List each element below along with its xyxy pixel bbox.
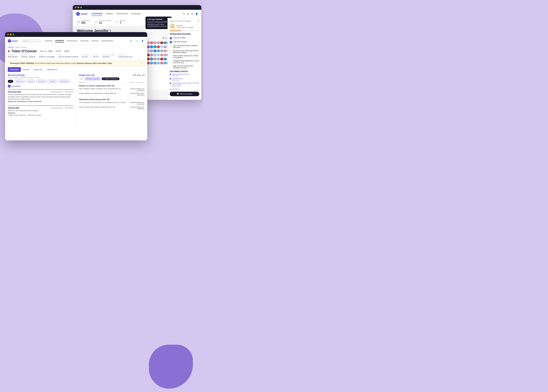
- activity-diagnosis-label-2: Diagnosis:: [8, 112, 15, 114]
- tooltip-text: Nice job on linking your EMR and bank ac…: [148, 21, 170, 27]
- user-icon[interactable]: 👤: [195, 13, 198, 15]
- tab-diagnoses[interactable]: Diagnoses: [31, 67, 45, 72]
- layout-icon[interactable]: ◫: [135, 39, 139, 43]
- activity-reason-2: Reason for visit: Chest pain left arm sw…: [8, 110, 38, 112]
- filter-all[interactable]: All: [8, 80, 13, 83]
- meta-label-visit: Last Visit: [93, 54, 99, 56]
- close-dot[interactable]: [75, 7, 77, 8]
- alert-close-icon[interactable]: ✕: [141, 63, 142, 64]
- checklist-label-touchpoint[interactable]: Log a touchpoint with 10 patients this w…: [173, 45, 199, 48]
- provider-name-1-2: Amanda Decker M.D.: [130, 92, 144, 94]
- filter-discharged[interactable]: Discharged: [58, 80, 70, 83]
- total-patients-label: Total Patients: [81, 20, 90, 21]
- checklist-label-goal[interactable]: Document your 2024 goal for your Medicar…: [173, 50, 199, 53]
- breadcrumb-patients-link[interactable]: Patients: [8, 46, 14, 48]
- checklist-label-refer[interactable]: Refer another practice for a Pearl Consu…: [173, 55, 199, 58]
- patients-icon: [77, 20, 80, 24]
- back-nav-patients[interactable]: Patients: [106, 12, 113, 16]
- tabs-row: Overview Activity Diagnoses Medications: [5, 67, 147, 72]
- search-icon[interactable]: 🔍: [183, 13, 185, 15]
- filter-admitted[interactable]: Admitted: [47, 80, 57, 83]
- filter-specialist[interactable]: Specialist: [36, 80, 47, 83]
- checklist-label-emr[interactable]: Connect to EMR: [173, 37, 185, 39]
- event-label-1[interactable]: Getting Started with DCE →: [172, 73, 191, 75]
- activity-header-1: Discharged (ER) Linda Brand M.D. 03/22/2…: [8, 91, 73, 93]
- front-nav-administration[interactable]: Administration: [101, 39, 113, 43]
- front-close-dot[interactable]: [7, 34, 9, 35]
- front-nav-performance[interactable]: Performance: [67, 39, 78, 43]
- log-action-button[interactable]: + Log action: [8, 84, 73, 88]
- see-all-events-link[interactable]: See All Events: [170, 88, 199, 90]
- diag-filter-all[interactable]: All: [79, 77, 84, 80]
- front-maximize-dot[interactable]: [13, 34, 14, 35]
- front-nav-learning[interactable]: Learning: [91, 39, 99, 43]
- check-icon-feedback: [170, 65, 172, 68]
- meta-value-cohort: Under 65 Disabled and ESRD: [58, 56, 78, 58]
- front-navbar: ✦ pearl Search Overview PATIENTS Perform…: [5, 37, 147, 45]
- meta-value-insurer: Medicare- Dual Eligible: [39, 56, 55, 58]
- chat-icon: 💬: [177, 93, 179, 95]
- back-nav-financials[interactable]: Financials: [131, 12, 141, 16]
- raf-value: 1.2: [142, 74, 144, 76]
- diag-row-2-1: Crohns disease of small intestine w/o co…: [79, 101, 145, 106]
- event-info-3: Peer Review Series: Lessons from 2022 wi…: [172, 82, 199, 87]
- front-nav-financials[interactable]: Financials: [80, 39, 89, 43]
- event-dot-1: [170, 74, 171, 75]
- maximize-dot[interactable]: [80, 7, 82, 8]
- talk-to-expert-button[interactable]: 💬 Talk to an expert: [170, 92, 199, 96]
- admitted-label: Currently Admitted: [99, 20, 111, 21]
- front-nav-overview[interactable]: Overview: [45, 39, 52, 43]
- back-nav-items: OVERVIEW Patients Performance Financials: [91, 12, 178, 16]
- provider-name-2-2: Amanda Decker M.D.: [130, 106, 144, 108]
- expand-icon[interactable]: ⊞: [129, 39, 133, 43]
- profile-panel-header: PROFILE COMPLETENESS ✕: [170, 20, 199, 22]
- discharged-value: 7: [120, 21, 126, 24]
- filter-office-visit[interactable]: Office Visit: [14, 80, 25, 83]
- front-nav-patients[interactable]: PATIENTS: [55, 39, 64, 43]
- checklist-link-bank: ✓ Link bank account: [170, 41, 199, 43]
- breadcrumb-current: Tobin O'Connor: [15, 46, 27, 48]
- checklist-label-bank[interactable]: Link bank account: [173, 41, 187, 43]
- activity-body-1: Provider assessment plan: Recommended di…: [8, 93, 73, 103]
- activity-body-text-1: Provider assessment plan: Recommended di…: [8, 94, 71, 100]
- user-profile-icon[interactable]: 👤: [140, 39, 144, 43]
- back-nav-overview[interactable]: OVERVIEW: [91, 12, 102, 16]
- event-label-3[interactable]: Peer Review Series: Lessons from 2022 wi…: [172, 82, 199, 86]
- front-minimize-dot[interactable]: [10, 34, 12, 35]
- activity-type-2: Admitted (ER): [8, 107, 19, 109]
- back-nav-icons: 🔍 ⊞ ⚙ 👤: [183, 13, 198, 15]
- profile-completeness-label: PROFILE COMPLETENESS: [170, 20, 191, 22]
- meta-cohort: Cohort Under 65 Disabled and ESRD: [58, 54, 78, 58]
- tab-activity[interactable]: Activity: [21, 67, 31, 72]
- filter-contact[interactable]: Contact: [26, 80, 35, 83]
- activity-provider-date-2: Linda Brand M.D. 03/19/2022: [50, 107, 73, 109]
- onboarding-title: Onboarding Checklist: [170, 33, 199, 35]
- patient-meta: Medicare ID 8E84Y56JM14 Alignment Volunt…: [8, 54, 144, 58]
- patient-dob: Jan 11, 1960: [40, 50, 53, 52]
- back-nav-performance[interactable]: Performance: [116, 12, 128, 16]
- admitted-info: Currently Admitted 14: [99, 20, 111, 24]
- diag-filter-recently-assessed[interactable]: Recently Assessed: [85, 77, 101, 80]
- back-logo: ✦ pearl: [76, 12, 87, 16]
- minimize-dot[interactable]: [78, 7, 79, 8]
- tasks-remaining: 3 more tasks to complete!: [177, 27, 194, 28]
- profile-completeness-panel: PROFILE COMPLETENESS ✕ Bronze 3 more tas…: [168, 18, 201, 100]
- close-icon[interactable]: ✕: [198, 20, 199, 22]
- discharged-label: Discharg: [120, 20, 126, 21]
- event-dot-2: [170, 78, 171, 79]
- settings-icon[interactable]: ⚙: [191, 13, 193, 15]
- patient-content: Patients / Tobin O'Connor Tobin O'Connor…: [5, 45, 147, 140]
- grid-icon[interactable]: ⊞: [187, 13, 189, 15]
- checklist-label-course[interactable]: Complete Risk Adjustment Course and Pass…: [173, 60, 199, 63]
- tab-overview[interactable]: Overview: [8, 67, 21, 72]
- tab-medications[interactable]: Medications: [45, 67, 60, 72]
- checklist-label-feedback[interactable]: Sign Up for a Product Idea Feedback Sess…: [173, 65, 199, 69]
- diag-filter-needs-assessment[interactable]: Needs Assessment: [102, 77, 120, 80]
- meta-value-contact: 01/11/22: [82, 56, 89, 58]
- search-input[interactable]: Search: [21, 39, 41, 43]
- back-logo-text: pearl: [81, 12, 87, 15]
- activity-provider-2: Linda Brand M.D.: [50, 107, 64, 109]
- diag-col-headers: Diagnosis Provider / Last Diagnosed: [79, 82, 145, 84]
- event-label-2[interactable]: Q&A with Pearl →: [172, 78, 184, 79]
- activity-filter-pills: All Office Visit Contact Specialist Admi…: [8, 80, 73, 83]
